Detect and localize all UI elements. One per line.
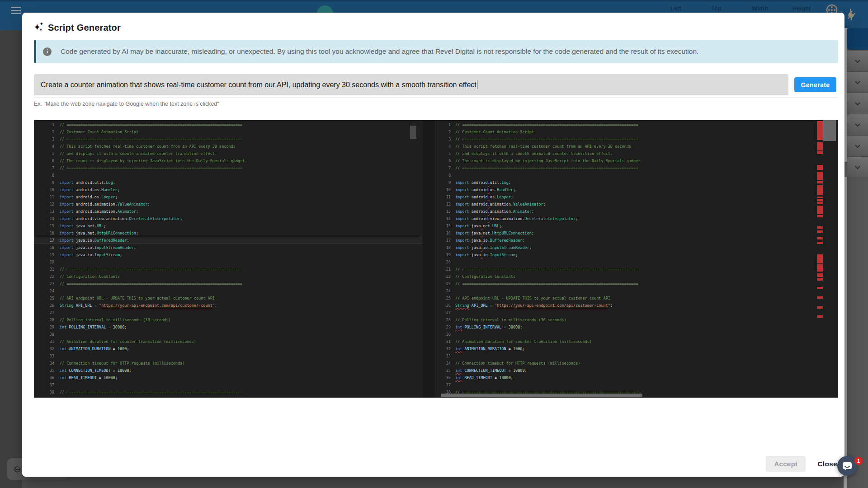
code-line: 33 [435,352,838,360]
diff-sash[interactable] [422,120,435,398]
code-line: 10import android.os.Handler; [435,186,838,193]
line-number: 28 [34,318,54,322]
line-number: 31 [435,339,451,344]
code-line: 15import java.net.URL; [435,222,838,230]
generate-button[interactable]: Generate [794,77,836,92]
line-number: 31 [34,339,54,344]
code-line: 7// ====================================… [34,164,422,172]
line-number: 27 [34,310,54,315]
line-number: 14 [34,216,54,221]
close-button[interactable]: Close [817,460,837,468]
right-scrollbar-thumb[interactable] [823,120,836,141]
menu-icon[interactable] [11,7,21,14]
accept-button[interactable]: Accept [766,456,806,472]
left-sidebar-header [0,20,22,30]
left-sidebar [0,20,22,488]
panel-tab-button[interactable] [846,28,868,50]
line-number: 21 [34,267,54,272]
line-number: 20 [435,260,451,264]
line-number: 23 [435,282,451,286]
line-number: 18 [435,245,451,250]
code-line: 21// ===================================… [435,266,838,273]
accordion-section[interactable] [847,114,868,136]
code-line: 5// and displays it with a smooth animat… [34,150,422,157]
line-number: 10 [435,188,451,192]
code-line: 28// Polling interval in milliseconds (3… [435,316,838,324]
line-number: 23 [34,282,54,286]
dialog-title-row: ✦✦✦ Script Generator [34,21,838,34]
line-number: 29 [435,325,451,329]
code-line: 26String API_URL = "https://your-api-end… [435,302,838,309]
right-hscrollbar-thumb[interactable] [441,394,642,397]
line-number: 22 [435,274,451,279]
chevron-down-icon [854,165,861,169]
line-number: 34 [435,361,451,366]
line-number: 37 [435,383,451,387]
line-number: 28 [435,318,451,322]
code-editor-original[interactable]: 1// ====================================… [34,120,422,398]
prompt-input[interactable]: Create a counter animation that shows re… [34,74,788,95]
code-line: 31// Animation duration for counter tran… [34,338,422,345]
properties-panel-top [844,20,868,28]
chat-notification-badge: 1 [854,457,863,465]
dialog-footer: Accept Close [766,456,837,472]
line-number: 14 [435,216,451,221]
code-line: 9import android.util.Log; [435,179,838,186]
code-line: 2// Customer Count Animation Script [34,128,422,136]
line-number: 25 [34,296,54,300]
code-line: 34// Connection timeout for HTTP request… [34,360,422,367]
code-line: 15import java.net.URL; [34,222,422,230]
code-line: 30 [435,331,838,338]
accordion-section[interactable] [847,93,868,114]
line-number: 17 [435,238,451,243]
code-line: 19import java.io.InputStream; [435,251,838,258]
accordion-section[interactable] [847,136,868,157]
accordion-section[interactable] [847,51,868,72]
line-number: 7 [435,166,451,170]
chat-launcher[interactable] [837,456,857,476]
line-number: 19 [435,253,451,257]
line-number: 4 [435,144,451,149]
code-line: 29int POLLING_INTERVAL = 30000; [435,324,838,331]
line-number: 15 [34,224,54,228]
line-number: 13 [34,209,54,214]
code-line: 25// API endpoint URL - UPDATE THIS to y… [34,295,422,302]
code-line: 18import java.io.InputStreamReader; [34,244,422,251]
code-line: 13import android.animation.Animator; [34,208,422,215]
accordion-section[interactable] [847,72,868,93]
code-line: 8 [34,172,422,179]
code-line: 35int CONNECTION_TIMEOUT = 10000; [34,367,422,374]
ai-disclaimer-banner: i Code generated by AI may be inaccurate… [34,40,838,63]
line-number: 7 [34,166,54,170]
line-number: 18 [34,245,54,250]
line-number: 35 [34,368,54,373]
code-line: 20 [34,258,422,266]
line-number: 16 [34,231,54,235]
line-number: 19 [34,253,54,257]
code-line: 28// Polling interval in milliseconds (3… [34,316,422,324]
code-editor-modified[interactable]: 1// ====================================… [435,120,838,398]
line-number: 2 [435,130,451,134]
line-number: 11 [34,195,54,199]
line-number: 26 [34,303,54,308]
code-line: 22// Configuration Constants [34,273,422,280]
code-line: 23// ===================================… [435,280,838,287]
script-generator-dialog: ✦✦✦ Script Generator i Code generated by… [22,13,844,477]
line-number: 20 [34,260,54,264]
line-number: 27 [435,310,451,315]
code-line: 37 [34,381,422,389]
code-line: 26String API_URL = "https://your-api-end… [34,302,422,309]
code-line: 25// API endpoint URL - UPDATE THIS to y… [435,295,838,302]
code-line: 24 [34,287,422,295]
accordion-section[interactable] [847,157,868,178]
code-line: 3// ====================================… [435,136,838,143]
line-number: 25 [435,296,451,300]
field-label-width: Width [752,5,768,12]
field-label-height: Height [793,5,811,12]
code-line: 38// ===================================… [34,389,422,396]
code-line: 23// ===================================… [34,280,422,287]
code-line: 18import java.io.InputStreamReader; [435,244,838,251]
code-line: 8 [435,172,838,179]
line-number: 16 [435,231,451,235]
code-line: 21// ===================================… [34,266,422,273]
